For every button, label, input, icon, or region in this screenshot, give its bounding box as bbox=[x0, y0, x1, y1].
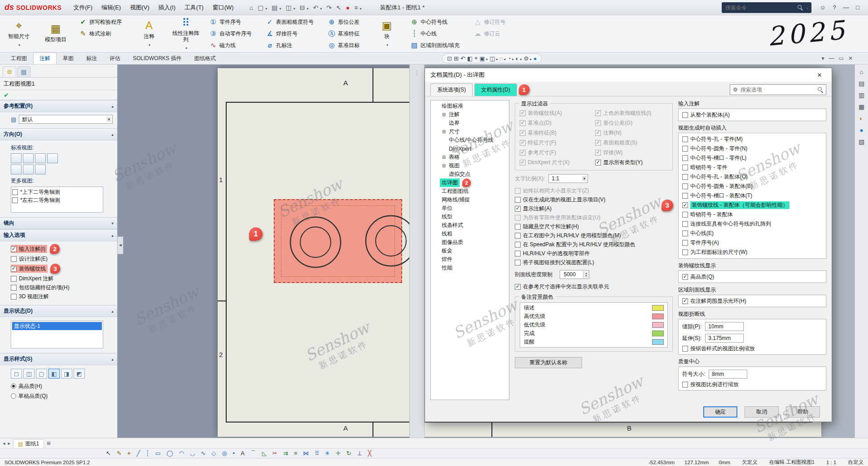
view-isometric-button[interactable] bbox=[11, 153, 22, 163]
menu-item[interactable]: 编辑(E) bbox=[97, 2, 125, 13]
checkbox[interactable] bbox=[682, 112, 688, 118]
auto-insert-option[interactable]: 中心符号-孔 - 装配体(O) bbox=[682, 173, 822, 181]
point-tool-icon[interactable]: • bbox=[233, 450, 235, 457]
search-scope-caret-icon[interactable] bbox=[806, 4, 808, 11]
checkbox[interactable] bbox=[11, 246, 17, 252]
menu-item[interactable]: 文件(F) bbox=[69, 2, 97, 13]
pm-section-display-state[interactable]: 显示状态(D) bbox=[0, 305, 117, 317]
hatch-halo-option[interactable]: 在注解周围显示光环(H) bbox=[682, 297, 822, 305]
block-button[interactable]: ▣ 块 bbox=[372, 16, 402, 51]
filter-checkbox-option[interactable]: 装饰螺纹线(A) bbox=[520, 109, 592, 117]
checkbox[interactable] bbox=[515, 197, 521, 203]
appearances-icon[interactable]: ◐ bbox=[859, 115, 863, 122]
design-library-icon[interactable]: ▤ bbox=[859, 80, 864, 87]
menu-item[interactable]: 视图(V) bbox=[125, 2, 153, 13]
checkbox[interactable] bbox=[515, 251, 521, 257]
erase-tool-icon[interactable]: ╳ bbox=[368, 450, 372, 457]
detailing-checkbox-option[interactable]: 仅在生成此项的视图上显示项目(V) bbox=[515, 196, 673, 204]
color-swatch[interactable] bbox=[652, 322, 664, 328]
checkbox[interactable] bbox=[682, 298, 688, 304]
linear-pattern-tool-icon[interactable]: ⠿ bbox=[315, 450, 319, 457]
quality-radio-option[interactable]: 草稿品质(Q) bbox=[11, 392, 49, 400]
hide-show-items-icon[interactable]: ◌ bbox=[500, 55, 506, 62]
tree-item[interactable]: ⊞ 注解 bbox=[431, 110, 509, 119]
expand-icon[interactable]: ⊞ bbox=[441, 129, 447, 134]
com-scale-option[interactable]: 按视图比例进行缩放 bbox=[682, 380, 822, 388]
offset-entities-tool-icon[interactable]: ≡ bbox=[294, 450, 298, 457]
filter-checkbox-option[interactable]: 形位公差(G) bbox=[595, 119, 668, 127]
area-hatch-button[interactable]: ▨ 区域剖面线/填充 bbox=[408, 39, 465, 51]
tree-item[interactable]: DimXpert bbox=[431, 144, 509, 153]
select-arrow-icon[interactable]: ↖ bbox=[334, 2, 344, 13]
tree-item[interactable]: 工程图图纸 bbox=[431, 187, 509, 196]
checkbox[interactable] bbox=[515, 284, 521, 290]
auto-insert-option[interactable]: 零件序号(A) bbox=[682, 239, 822, 247]
earth-globe-icon[interactable]: ● bbox=[533, 55, 537, 62]
checkbox[interactable] bbox=[682, 155, 688, 161]
filter-checkbox-option[interactable]: 上色的装饰螺纹线(I) bbox=[595, 109, 668, 117]
dropdown-caret-icon[interactable] bbox=[386, 42, 388, 48]
checkbox[interactable] bbox=[515, 260, 521, 266]
text-tool-icon[interactable]: A bbox=[241, 450, 245, 457]
checkbox[interactable] bbox=[520, 150, 526, 156]
checkbox[interactable] bbox=[682, 165, 688, 170]
panel-collapse-handle[interactable] bbox=[118, 236, 123, 254]
import-option-checkbox[interactable]: 设计注解(E) bbox=[11, 255, 49, 263]
thread-quality-option[interactable]: 高品质(Q) bbox=[682, 273, 822, 281]
balloon-button[interactable]: ① 零件序号 bbox=[207, 16, 258, 28]
command-tab[interactable]: 标注 bbox=[80, 52, 103, 64]
redo-icon[interactable]: ↷ bbox=[324, 2, 334, 13]
detailing-checkbox-option[interactable]: 为所有零部件使用装配体设定(U) bbox=[515, 213, 673, 222]
centerline-tool-icon[interactable]: ┆ bbox=[146, 450, 149, 457]
tree-item[interactable]: 线粗 bbox=[431, 230, 509, 238]
note-button[interactable]: A 注释 bbox=[134, 16, 164, 51]
checkbox[interactable] bbox=[682, 274, 688, 280]
command-tab[interactable]: 评估 bbox=[103, 52, 127, 64]
note-color-row[interactable]: 完成 bbox=[521, 329, 666, 338]
display-style-icon[interactable]: ◫ bbox=[490, 55, 498, 62]
pm-section-display-style[interactable]: 显示样式(S) bbox=[0, 353, 117, 365]
checkbox[interactable] bbox=[520, 110, 526, 116]
close-icon[interactable] bbox=[813, 72, 826, 78]
spinner-arrows-icon[interactable] bbox=[583, 271, 589, 278]
checkbox[interactable] bbox=[520, 120, 526, 126]
quality-radio-option[interactable]: 高品质(H) bbox=[11, 382, 44, 390]
centerline-button[interactable]: ┆ 中心线 bbox=[408, 28, 465, 39]
filter-checkbox-option[interactable]: 特征尺寸(F) bbox=[520, 139, 592, 147]
datum-target-button[interactable]: ◎ 基准目标 bbox=[326, 39, 365, 51]
constraints-tool-icon[interactable]: ⊥ bbox=[357, 450, 362, 457]
checkbox[interactable] bbox=[682, 174, 688, 180]
auto-insert-option[interactable]: 3 装饰螺纹线 - 装配体（可能会影响性能） bbox=[682, 201, 822, 209]
rectangle-tool-icon[interactable]: ▭ bbox=[155, 450, 161, 457]
help-button[interactable]: 帮助 bbox=[786, 406, 820, 418]
checkbox[interactable] bbox=[682, 146, 688, 152]
radio-button[interactable] bbox=[11, 393, 16, 399]
checkbox[interactable] bbox=[520, 130, 526, 136]
checkbox[interactable] bbox=[682, 382, 688, 388]
detailing-checkbox-option[interactable]: 在 SpeedPak 配置中为 HLR/HLV 使用模型颜色 bbox=[515, 240, 673, 248]
ellipse-tool-icon[interactable]: ◎ bbox=[222, 450, 227, 457]
scenes-icon[interactable]: ● bbox=[859, 126, 863, 134]
dialog-title-bar[interactable]: 文档属性(D) - 出详图 bbox=[425, 68, 832, 82]
tree-item[interactable]: 网格线/捕捉 bbox=[431, 196, 509, 204]
tree-item[interactable]: ⊞ 尺寸 bbox=[431, 127, 509, 136]
tree-item[interactable]: 板金 bbox=[431, 247, 509, 255]
checkbox[interactable] bbox=[595, 150, 601, 156]
dropdown-caret-icon[interactable] bbox=[485, 55, 488, 62]
dynamic-annotation-icon[interactable]: ⌖ bbox=[474, 55, 478, 62]
tree-item[interactable]: 性能 bbox=[431, 264, 509, 272]
tree-item[interactable]: 焊件 bbox=[431, 255, 509, 264]
detailing-checkbox-option[interactable]: 显示注解(A) bbox=[515, 205, 673, 213]
more-view-option[interactable]: *左右二等角轴测 bbox=[12, 196, 62, 204]
user-account-icon[interactable]: ☺ bbox=[817, 2, 829, 13]
auto-insert-option[interactable]: 中心符号-槽口 - 零件(L) bbox=[682, 154, 822, 162]
expand-icon[interactable]: ⊞ bbox=[441, 112, 447, 117]
select-tool-icon[interactable]: ↖ bbox=[106, 450, 111, 457]
tangent-arc-tool-icon[interactable]: ◡ bbox=[190, 450, 195, 457]
tree-item[interactable]: ⊞ 视图 bbox=[431, 161, 509, 170]
command-tab[interactable]: 草图 bbox=[57, 52, 80, 64]
expand-icon[interactable]: ⊞ bbox=[441, 163, 447, 168]
sheet-scroll-left-icon[interactable]: ◂ bbox=[3, 440, 5, 446]
print-icon[interactable]: ⊟ bbox=[298, 2, 311, 13]
auto-insert-option[interactable]: 中心符号-槽口 - 装配体(T) bbox=[682, 192, 822, 200]
